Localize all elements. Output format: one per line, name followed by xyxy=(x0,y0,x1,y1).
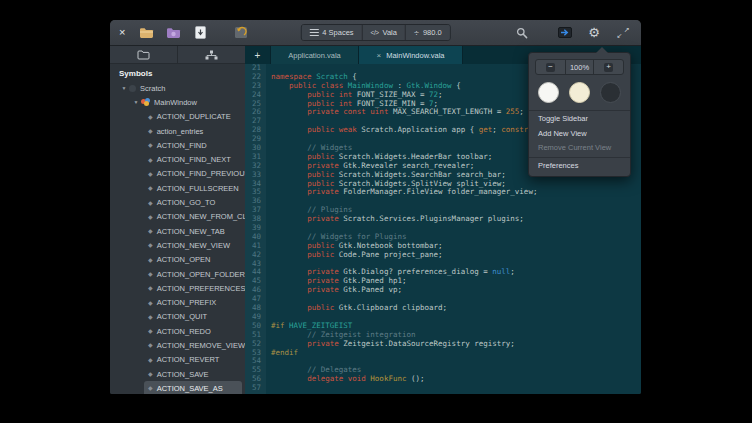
namespace-label: Scratch xyxy=(140,84,165,93)
menu-item-toggle-sidebar[interactable]: Toggle Sidebar xyxy=(529,112,630,127)
code-text: delegate void HookFunc (); xyxy=(266,375,425,384)
symbol-label: ACTION_NEW_FROM_CLIPBOARD xyxy=(157,212,245,221)
revert-button[interactable] xyxy=(232,24,250,42)
search-button[interactable] xyxy=(513,24,531,42)
share-button[interactable] xyxy=(556,24,574,42)
headerbar-center: 4 Spaces </> Vala ÷ 980.0 xyxy=(300,24,450,41)
symbol-label: ACTION_FULLSCREEN xyxy=(157,184,239,193)
code-line: 48 public Gtk.Clipboard clipboard; xyxy=(245,304,641,313)
menu-item-remove-current-view: Remove Current View xyxy=(529,141,630,156)
code-text: private Gtk.Paned vp; xyxy=(266,286,402,295)
symbol-diamond-icon: ◆ xyxy=(148,285,153,291)
revert-arrow-icon xyxy=(234,26,248,39)
code-text: public weak Scratch.Application app { ge… xyxy=(266,126,555,135)
symbol-item[interactable]: ◆ACTION_OPEN xyxy=(110,253,245,267)
tab-label: Application.vala xyxy=(288,51,341,60)
menu-item-add-new-view[interactable]: Add New View xyxy=(529,127,630,142)
symbol-item[interactable]: ◆ACTION_NEW_VIEW xyxy=(110,238,245,252)
popover-arrow xyxy=(596,47,608,53)
symbol-item[interactable]: ◆ACTION_OPEN_FOLDER xyxy=(110,267,245,281)
purple-folder-icon xyxy=(166,27,181,39)
code-line: 56 delegate void HookFunc (); xyxy=(245,375,641,384)
symbol-item[interactable]: ◆ACTION_PREFERENCES xyxy=(110,281,245,295)
symbol-diamond-icon: ◆ xyxy=(148,257,153,263)
goto-line-icon: ÷ xyxy=(414,28,419,38)
folder-icon xyxy=(139,27,154,39)
symbol-diamond-icon: ◆ xyxy=(148,214,153,220)
symbol-item[interactable]: ◆ACTION_DUPLICATE xyxy=(110,110,245,124)
indentation-icon xyxy=(309,29,318,36)
symbol-label: ACTION_OPEN xyxy=(157,255,211,264)
symbol-diamond-icon: ◆ xyxy=(148,142,153,148)
sidebar-tab-switcher xyxy=(110,46,245,64)
tab-application-vala[interactable]: Application.vala xyxy=(271,46,359,64)
symbol-diamond-icon: ◆ xyxy=(148,200,153,206)
namespace-icon xyxy=(129,85,136,92)
tab-close-icon[interactable]: × xyxy=(376,51,381,60)
code-brackets-icon: </> xyxy=(371,29,379,36)
symbol-label: action_entries xyxy=(157,127,204,136)
open-file-button[interactable] xyxy=(137,24,155,42)
save-as-button[interactable] xyxy=(191,24,209,42)
expander-icon[interactable]: ▼ xyxy=(132,99,140,105)
symbol-item[interactable]: ◆ACTION_FIND_PREVIOUS xyxy=(110,167,245,181)
symbol-label: ACTION_GO_TO xyxy=(157,198,216,207)
symbol-diamond-icon: ◆ xyxy=(148,357,153,363)
fullscreen-button[interactable]: ↗ ↙ xyxy=(614,24,632,42)
symbol-label: ACTION_SAVE_AS xyxy=(157,384,223,393)
symbol-label: ACTION_FIND xyxy=(157,141,207,150)
symbol-item[interactable]: ◆ACTION_NEW_FROM_CLIPBOARD xyxy=(110,210,245,224)
expander-icon[interactable]: ▼ xyxy=(120,85,128,91)
symbol-item[interactable]: ◆ACTION_FULLSCREEN xyxy=(110,181,245,195)
sidebar-tab-files[interactable] xyxy=(110,46,177,63)
symbol-item[interactable]: ◆ACTION_QUIT xyxy=(110,310,245,324)
symbol-item[interactable]: ◆ACTION_REMOVE_VIEW xyxy=(110,338,245,352)
symbol-item[interactable]: ◆ACTION_PREFIX xyxy=(110,295,245,309)
open-templates-button[interactable] xyxy=(164,24,182,42)
symbol-item[interactable]: ◆ACTION_FIND_NEXT xyxy=(110,152,245,166)
symbol-item[interactable]: ◆action_entries xyxy=(110,124,245,138)
desktop: × xyxy=(0,0,752,423)
symbols-panel-title: Symbols xyxy=(110,64,245,81)
symbol-diamond-icon: ◆ xyxy=(148,371,153,377)
symbol-diamond-icon: ◆ xyxy=(148,171,153,177)
symbol-diamond-icon: ◆ xyxy=(148,242,153,248)
code-text: private FolderManager.FileView folder_ma… xyxy=(266,188,537,197)
settings-gear-button[interactable]: ⚙ xyxy=(585,24,603,42)
menu-item-preferences[interactable]: Preferences xyxy=(529,159,630,174)
tree-hierarchy-icon xyxy=(205,50,218,60)
language-button[interactable]: </> Vala xyxy=(363,25,406,40)
code-text: public Code.Pane project_pane; xyxy=(266,251,443,260)
line-number: 57 xyxy=(245,384,266,393)
symbol-item[interactable]: ◆ACTION_NEW_TAB xyxy=(110,224,245,238)
symbols-tree-items: ◆ACTION_DUPLICATE◆action_entries◆ACTION_… xyxy=(110,110,245,394)
symbol-label: ACTION_NEW_TAB xyxy=(157,227,225,236)
color-scheme-light-button[interactable] xyxy=(538,82,559,103)
symbol-item[interactable]: ◆ACTION_FIND xyxy=(110,138,245,152)
goto-line-button[interactable]: ÷ 980.0 xyxy=(406,25,450,40)
zoom-in-button[interactable]: + xyxy=(593,60,623,74)
symbol-item[interactable]: ◆ACTION_REDO xyxy=(110,324,245,338)
symbol-label: ACTION_PREFIX xyxy=(157,298,217,307)
symbols-tree-root[interactable]: ▼ Scratch xyxy=(110,81,245,95)
symbol-diamond-icon: ◆ xyxy=(148,271,153,277)
tab-mainwindow-vala[interactable]: × MainWindow.vala xyxy=(359,46,463,64)
window-close-button[interactable]: × xyxy=(119,27,125,38)
symbol-item[interactable]: ◆ACTION_SAVE_AS xyxy=(144,381,242,394)
code-text: private const uint MAX_SEARCH_TEXT_LENGT… xyxy=(266,108,524,117)
headerbar-left: × xyxy=(119,24,250,42)
new-tab-button[interactable]: + xyxy=(245,46,271,64)
symbols-tree: ▼ Scratch ▼ MainWindow ◆ACTION_DUPLICATE… xyxy=(110,81,245,394)
symbol-item[interactable]: ◆ACTION_GO_TO xyxy=(110,195,245,209)
symbol-item[interactable]: ◆ACTION_SAVE xyxy=(110,367,245,381)
color-scheme-dark-button[interactable] xyxy=(600,82,621,103)
code-text: public Gtk.Clipboard clipboard; xyxy=(266,304,447,313)
gear-icon: ⚙ xyxy=(588,26,600,39)
symbol-item[interactable]: ◆ACTION_REVERT xyxy=(110,353,245,367)
symbol-label: ACTION_FIND_NEXT xyxy=(157,155,231,164)
tab-width-button[interactable]: 4 Spaces xyxy=(301,25,362,40)
color-scheme-sepia-button[interactable] xyxy=(569,82,590,103)
sidebar-tab-symbols[interactable] xyxy=(177,46,245,63)
symbols-tree-class[interactable]: ▼ MainWindow xyxy=(110,95,245,109)
zoom-out-button[interactable]: − xyxy=(536,60,566,74)
